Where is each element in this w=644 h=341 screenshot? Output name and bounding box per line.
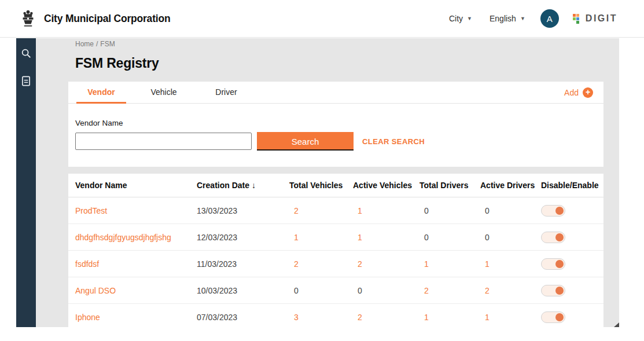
total-vehicles-count[interactable]: 2 xyxy=(289,259,353,269)
add-button-label: Add xyxy=(564,88,579,97)
add-button[interactable]: Add + xyxy=(564,82,593,104)
table-row: ProdTest 13/03/2023 2 1 0 0 xyxy=(68,197,603,224)
search-card: Vendor Vehicle Driver Add + Vendor Name … xyxy=(68,82,603,167)
language-dropdown-label: English xyxy=(490,14,516,23)
vendor-name-label: Vendor Name xyxy=(75,119,597,127)
total-vehicles-count[interactable]: 3 xyxy=(289,313,353,322)
table-row: fsdfdsf 11/03/2023 2 2 1 1 xyxy=(68,251,603,277)
active-drivers-count: 0 xyxy=(480,206,541,215)
vendor-link[interactable]: ProdTest xyxy=(75,206,197,215)
active-vehicles-count[interactable]: 2 xyxy=(353,313,419,322)
tab-vehicle[interactable]: Vehicle xyxy=(139,82,189,104)
creation-date: 11/03/2023 xyxy=(197,259,289,269)
breadcrumb: Home/FSM xyxy=(75,40,619,48)
sidebar-reports-item[interactable] xyxy=(20,75,32,87)
digit-logo-text: DIGIT xyxy=(586,13,617,24)
table-row: dhdgfhsdgjfgyugsdjhgfjshg 12/03/2023 1 1… xyxy=(68,224,603,251)
total-drivers-count: 0 xyxy=(419,233,480,242)
search-icon xyxy=(21,48,31,58)
sidebar-search-item[interactable] xyxy=(20,47,32,59)
vendor-link[interactable]: Angul DSO xyxy=(75,286,197,295)
tab-vendor[interactable]: Vendor xyxy=(76,82,126,104)
vendor-link[interactable]: dhdgfhsdgjfgyugsdjhgfjshg xyxy=(75,233,197,242)
active-drivers-count[interactable]: 1 xyxy=(480,313,541,322)
toggle-knob xyxy=(555,207,564,215)
city-dropdown-label: City xyxy=(449,14,463,23)
toggle-knob xyxy=(555,260,564,268)
page-title: FSM Registry xyxy=(75,56,619,71)
table-row: Iphone 07/03/2023 3 2 1 1 xyxy=(68,304,603,327)
breadcrumb-current: FSM xyxy=(100,40,115,48)
language-dropdown[interactable]: English ▼ xyxy=(490,14,525,23)
city-dropdown[interactable]: City ▼ xyxy=(449,14,472,23)
enable-toggle[interactable] xyxy=(541,285,565,296)
vendor-link[interactable]: fsdfdsf xyxy=(75,259,197,269)
active-vehicles-count[interactable]: 1 xyxy=(353,233,419,242)
total-drivers-count[interactable]: 1 xyxy=(419,313,480,322)
col-creation-date[interactable]: Creation Date ↓ xyxy=(197,181,289,190)
col-total-drivers: Total Drivers xyxy=(419,181,480,190)
creation-date: 10/03/2023 xyxy=(197,286,289,295)
vendor-link[interactable]: Iphone xyxy=(75,313,197,322)
total-vehicles-count[interactable]: 2 xyxy=(289,206,353,215)
col-active-drivers: Active Drivers xyxy=(480,181,541,190)
table-row: Angul DSO 10/03/2023 0 0 2 2 xyxy=(68,277,603,304)
active-vehicles-count: 0 xyxy=(353,286,419,295)
col-disable-enable: Disable/Enable xyxy=(541,181,597,190)
clear-search-link[interactable]: CLEAR SEARCH xyxy=(362,137,425,146)
toggle-knob xyxy=(555,313,564,321)
creation-date: 12/03/2023 xyxy=(197,233,289,242)
plus-icon: + xyxy=(583,87,593,98)
col-vendor-name: Vendor Name xyxy=(75,181,197,190)
active-vehicles-count[interactable]: 2 xyxy=(353,259,419,269)
active-drivers-count[interactable]: 2 xyxy=(480,286,541,295)
active-vehicles-count[interactable]: 1 xyxy=(353,206,419,215)
breadcrumb-separator: / xyxy=(96,40,98,48)
enable-toggle[interactable] xyxy=(541,205,565,217)
toggle-knob xyxy=(555,233,564,241)
top-bar: City Municipal Corporation City ▼ Englis… xyxy=(0,0,644,38)
search-button[interactable]: Search xyxy=(257,132,354,151)
tab-driver[interactable]: Driver xyxy=(201,82,251,104)
app-title: City Municipal Corporation xyxy=(44,13,170,25)
total-drivers-count[interactable]: 2 xyxy=(419,286,480,295)
sidebar xyxy=(16,38,36,327)
vendor-name-input[interactable] xyxy=(75,133,252,150)
creation-date: 13/03/2023 xyxy=(197,206,289,215)
active-drivers-count[interactable]: 1 xyxy=(480,259,541,269)
col-total-vehicles: Total Vehicles xyxy=(289,181,353,190)
total-vehicles-count: 0 xyxy=(289,286,353,295)
main-content: Home/FSM FSM Registry Vendor Vehicle Dri… xyxy=(36,38,619,327)
document-icon xyxy=(21,76,31,86)
digit-dots-icon xyxy=(573,14,583,24)
chevron-down-icon: ▼ xyxy=(520,16,525,21)
total-vehicles-count[interactable]: 1 xyxy=(289,233,353,242)
tab-bar: Vendor Vehicle Driver Add + xyxy=(68,82,603,104)
total-drivers-count[interactable]: 1 xyxy=(419,259,480,269)
enable-toggle[interactable] xyxy=(541,311,565,323)
chevron-down-icon: ▼ xyxy=(467,16,472,21)
brand: City Municipal Corporation xyxy=(20,9,170,28)
results-table: Vendor Name Creation Date ↓ Total Vehicl… xyxy=(68,174,603,327)
breadcrumb-home[interactable]: Home xyxy=(75,40,94,48)
app-body: Home/FSM FSM Registry Vendor Vehicle Dri… xyxy=(16,38,619,327)
search-form: Vendor Name Search CLEAR SEARCH xyxy=(68,104,603,167)
table-header-row: Vendor Name Creation Date ↓ Total Vehicl… xyxy=(68,174,603,197)
national-emblem-logo xyxy=(20,9,36,28)
avatar[interactable]: A xyxy=(540,9,559,28)
total-drivers-count: 0 xyxy=(419,206,480,215)
active-drivers-count: 0 xyxy=(480,233,541,242)
creation-date: 07/03/2023 xyxy=(197,313,289,322)
enable-toggle[interactable] xyxy=(541,232,565,243)
toggle-knob xyxy=(555,287,564,295)
enable-toggle[interactable] xyxy=(541,258,565,270)
digit-logo: DIGIT xyxy=(573,13,617,24)
col-active-vehicles: Active Vehicles xyxy=(353,181,419,190)
